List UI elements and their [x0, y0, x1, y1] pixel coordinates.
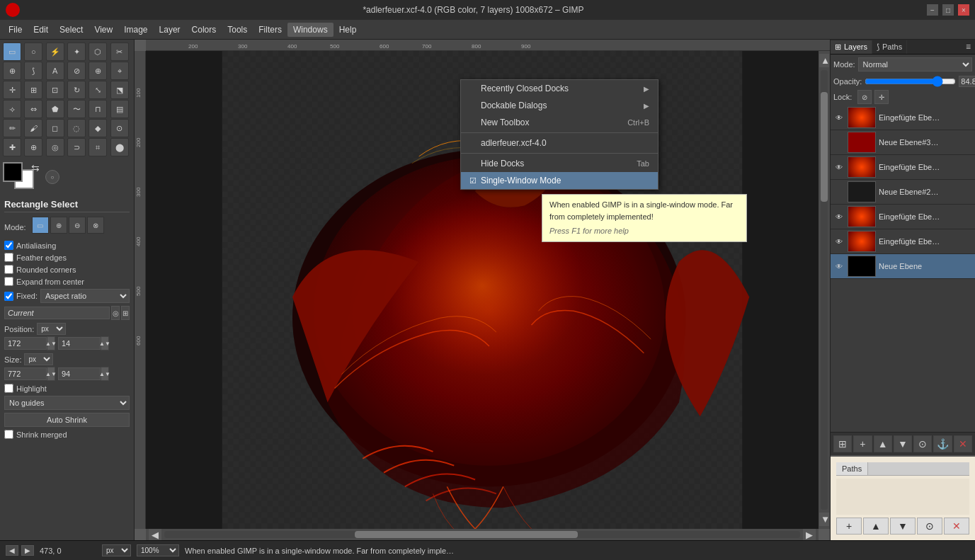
swap-colors-icon[interactable]: ⇆	[31, 162, 40, 173]
layer-visibility-icon[interactable]: 👁	[833, 263, 845, 270]
guides-select[interactable]: No guides Rule of thirds Center lines	[4, 396, 130, 410]
tool-perspective[interactable]: ⟢	[3, 100, 21, 118]
fixed-type-select[interactable]: Aspect ratio Width Height Size	[40, 289, 130, 303]
foreground-color-swatch[interactable]	[3, 162, 23, 182]
auto-shrink-button[interactable]: Auto Shrink	[4, 413, 130, 427]
nav-right-btn[interactable]: ▶	[21, 545, 34, 556]
new-layer-group-btn[interactable]: ⊞	[833, 435, 852, 452]
tool-dodge-burn[interactable]: ⌗	[89, 138, 107, 156]
delete-path-btn[interactable]: ✕	[944, 518, 969, 535]
tool-rotate[interactable]: ↻	[67, 81, 86, 99]
minimize-button[interactable]: −	[927, 4, 938, 16]
new-layer-btn[interactable]: +	[853, 435, 872, 452]
rounded-corners-checkbox[interactable]	[4, 265, 13, 274]
position-unit-select[interactable]: px % mm	[37, 323, 66, 335]
h-scrollbar-thumb[interactable]	[355, 531, 577, 538]
menu-image[interactable]: Image	[118, 23, 153, 37]
tool-paintbrush[interactable]: 🖌	[24, 119, 42, 137]
menu-layer[interactable]: Layer	[154, 23, 186, 37]
status-unit-select[interactable]: px % mm	[102, 544, 131, 556]
position-x-input[interactable]: 172	[4, 337, 47, 350]
tool-measure[interactable]: ⌖	[110, 62, 129, 80]
menu-recently-closed-docks[interactable]: Recently Closed Docks ▶	[461, 80, 658, 97]
tool-align[interactable]: ⊞	[24, 81, 42, 99]
quick-mask-icon[interactable]: ○	[45, 170, 59, 184]
layer-row[interactable]: Neue Ebene#3…	[831, 130, 975, 155]
tool-scissors[interactable]: ✂	[110, 42, 129, 61]
mode-intersect-btn[interactable]: ⊗	[87, 217, 104, 234]
menu-filters[interactable]: Filters	[253, 23, 287, 37]
panel-menu-icon[interactable]: ≡	[962, 40, 975, 54]
menu-single-window-mode[interactable]: ☑ Single-Window Mode	[461, 172, 658, 189]
layer-row[interactable]: Neue Ebene#2…	[831, 180, 975, 205]
tab-layers[interactable]: ⊞ Layers	[831, 40, 872, 54]
menu-edit[interactable]: Edit	[28, 23, 54, 37]
feather-edges-checkbox[interactable]	[4, 253, 13, 262]
size-w-spinner[interactable]: ▲▼	[47, 367, 55, 381]
tool-flip[interactable]: ⇔	[24, 100, 42, 118]
lower-path-btn[interactable]: ▼	[890, 518, 916, 535]
menu-hide-docks[interactable]: Hide Docks Tab	[461, 155, 658, 172]
antialiasing-checkbox[interactable]	[4, 241, 13, 250]
tool-fuzzy-select[interactable]: ✦	[67, 42, 86, 61]
tool-ink[interactable]: ◆	[89, 119, 107, 137]
layer-visibility-icon[interactable]: 👁	[833, 164, 845, 171]
new-path-btn[interactable]: +	[836, 518, 862, 535]
tool-heal[interactable]: ✚	[3, 138, 21, 156]
layer-row[interactable]: 👁Eingefügte Ebe…	[831, 229, 975, 254]
layer-row[interactable]: 👁Neue Ebene	[831, 254, 975, 279]
duplicate-path-btn[interactable]: ⊙	[917, 518, 942, 535]
nav-left-btn[interactable]: ◀	[6, 545, 18, 556]
highlight-checkbox[interactable]	[4, 384, 13, 393]
tool-foreground-select[interactable]: ⊕	[3, 62, 21, 80]
raise-path-btn[interactable]: ▲	[863, 518, 889, 535]
size-w-input[interactable]: 772	[4, 367, 47, 380]
menu-tools[interactable]: Tools	[222, 23, 253, 37]
mode-add-btn[interactable]: ⊕	[50, 217, 67, 234]
scroll-left-btn[interactable]: ◀	[149, 529, 161, 540]
shrink-merged-checkbox[interactable]	[4, 430, 13, 439]
position-y-spinner[interactable]: ▲▼	[101, 336, 109, 350]
fixed-checkbox[interactable]	[4, 292, 13, 301]
v-scrollbar-thumb[interactable]	[821, 92, 828, 202]
menu-help[interactable]: Help	[333, 23, 363, 37]
vertical-scrollbar[interactable]: ▲ ▼	[819, 51, 830, 529]
size-unit-select[interactable]: px % mm	[24, 353, 53, 365]
menu-new-toolbox[interactable]: New Toolbox Ctrl+B	[461, 114, 658, 131]
menu-view[interactable]: View	[89, 23, 118, 37]
layer-visibility-icon[interactable]: 👁	[833, 213, 845, 221]
layer-visibility-icon[interactable]: 👁	[833, 238, 845, 246]
scroll-right-btn[interactable]: ▶	[803, 529, 816, 540]
tool-paths[interactable]: ⟆	[24, 62, 42, 80]
tool-blend[interactable]: ▤	[110, 100, 129, 118]
tool-shear[interactable]: ⬔	[110, 81, 129, 99]
layer-visibility-icon[interactable]: 👁	[833, 114, 845, 122]
tool-text[interactable]: A	[46, 62, 64, 80]
tool-blur-sharpen[interactable]: ◎	[46, 138, 64, 156]
menu-dockable-dialogs[interactable]: Dockable Dialogs ▶	[461, 97, 658, 114]
status-zoom-select[interactable]: 100% 50% 200% fit	[137, 544, 179, 556]
tool-rect-select[interactable]: ▭	[3, 42, 21, 61]
opacity-slider[interactable]	[865, 76, 956, 87]
position-y-input[interactable]: 14	[58, 337, 101, 350]
lower-layer-btn[interactable]: ▼	[894, 435, 912, 452]
menu-windows[interactable]: Windows	[287, 23, 333, 37]
scroll-up-btn[interactable]: ▲	[819, 54, 829, 67]
tool-zoom[interactable]: ⊕	[89, 62, 107, 80]
current-value-reset-btn[interactable]: ◎	[111, 306, 120, 320]
close-button[interactable]: ×	[958, 4, 969, 16]
tool-clone[interactable]: ⊙	[110, 119, 129, 137]
tool-warp-transform[interactable]: 〜	[67, 100, 86, 118]
lock-position-btn[interactable]: ✛	[874, 90, 889, 104]
paths-secondary-tab[interactable]: Paths	[836, 462, 868, 475]
mode-replace-btn[interactable]: ▭	[32, 217, 49, 234]
tool-scale[interactable]: ⤡	[89, 81, 107, 99]
tool-ellipse-select[interactable]: ○	[24, 42, 42, 61]
menu-file[interactable]: File	[3, 23, 28, 37]
maximize-button[interactable]: □	[942, 4, 954, 16]
tool-eraser[interactable]: ◻	[46, 119, 64, 137]
current-value-input[interactable]	[4, 307, 110, 319]
tool-select-by-color[interactable]: ⬡	[89, 42, 107, 61]
horizontal-scrollbar[interactable]: ◀ ▶	[146, 529, 819, 540]
duplicate-layer-btn[interactable]: ⊙	[913, 435, 932, 452]
